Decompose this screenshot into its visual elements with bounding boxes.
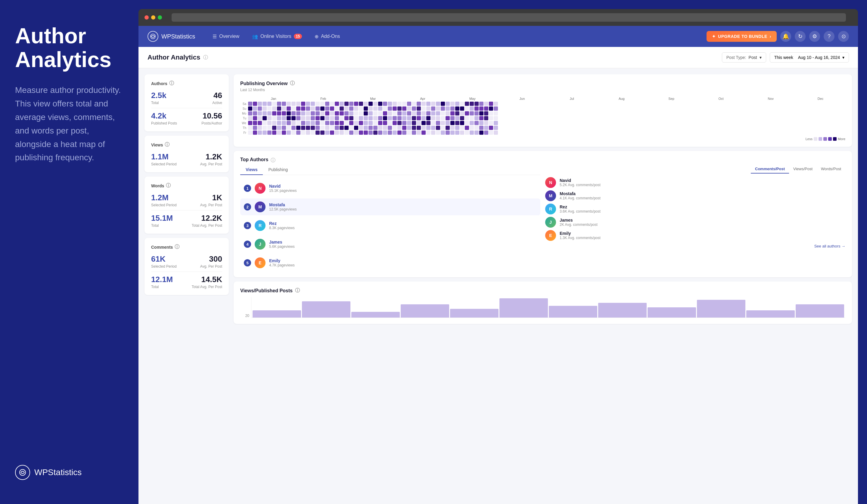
browser-chrome	[138, 9, 858, 26]
chart-bar	[253, 310, 301, 318]
heatmap-cell	[421, 107, 426, 111]
heatmap-cell	[267, 121, 271, 125]
authors-info-icon[interactable]: ⓘ	[169, 80, 174, 87]
heatmap-cell	[277, 116, 281, 120]
heatmap-cell	[446, 126, 450, 130]
heatmap-cell	[479, 102, 483, 106]
dot-red[interactable]	[144, 15, 149, 20]
heatmap-cell	[489, 126, 493, 130]
nav-item-overview[interactable]: ☰ Overview	[207, 31, 245, 42]
right-tab-comments[interactable]: Comments/Post	[751, 165, 789, 174]
dot-green[interactable]	[158, 15, 162, 20]
online-visitors-badge: 15	[294, 34, 302, 39]
left-authors-list: 1 N Navid 15.1K pageviews 2 M Mostafa 12…	[240, 180, 540, 271]
heatmap-cell	[426, 126, 430, 130]
views-info-icon[interactable]: ⓘ	[165, 142, 170, 148]
heatmap-cell	[455, 102, 459, 106]
browser-dots	[144, 15, 162, 20]
heatmap-cell	[287, 107, 291, 111]
left-author-row[interactable]: 4 J James 5.6K pageviews	[240, 236, 540, 253]
heatmap-cell	[412, 116, 416, 120]
left-author-row[interactable]: 2 M Mostafa 12.5K pageviews	[240, 198, 540, 215]
heatmap-cell	[383, 116, 387, 120]
tab-publishing[interactable]: Publishing	[263, 165, 293, 175]
right-author-row: J James 2K Avg. comments/post	[545, 217, 845, 228]
right-author-name: Rez	[560, 205, 845, 209]
heatmap-cell	[296, 111, 300, 116]
heatmap-cell	[426, 131, 430, 135]
heatmap-cell	[335, 131, 339, 135]
words-info-icon[interactable]: ⓘ	[166, 183, 171, 189]
right-author-metric: 3.6K Avg. comments/post	[560, 209, 845, 213]
heatmap-cell	[359, 126, 363, 130]
nav-item-addons[interactable]: ⊕ Add-Ons	[309, 31, 345, 42]
page-title-info-icon[interactable]: ⓘ	[203, 54, 208, 61]
heatmap-cell	[412, 131, 416, 135]
author-avatar: J	[255, 239, 266, 250]
comments-info-icon[interactable]: ⓘ	[175, 244, 180, 250]
see-all-link[interactable]: See all authors →	[545, 244, 845, 249]
heatmap-cell	[441, 121, 445, 125]
heatmap-legend: Less More	[240, 137, 845, 141]
heatmap-cell	[479, 131, 483, 135]
heatmap-cell	[340, 107, 344, 111]
left-author-row[interactable]: 1 N Navid 15.1K pageviews	[240, 180, 540, 197]
heatmap-cell	[335, 111, 339, 116]
heatmap-cell	[330, 111, 334, 116]
views-published-card: Views/Published Posts ⓘ 20	[234, 282, 852, 324]
heatmap-cell	[330, 102, 334, 106]
top-authors-right: Comments/Post Views/Post Words/Post N Na…	[545, 165, 845, 271]
heatmap-cell	[397, 102, 402, 106]
page-header: Author Analytics ⓘ Post Type: Post ▾ Thi…	[138, 47, 858, 68]
heatmap-cell	[349, 121, 353, 125]
author-metric: 4.7K pageviews	[269, 263, 537, 267]
publishing-info-icon[interactable]: ⓘ	[290, 80, 295, 87]
refresh-icon[interactable]: ↻	[795, 31, 806, 42]
heatmap-cell	[368, 126, 373, 130]
top-authors-info-icon[interactable]: ⓘ	[271, 157, 276, 164]
user-icon[interactable]: ⊙	[838, 31, 849, 42]
heatmap-cell	[446, 131, 450, 135]
right-tab-words[interactable]: Words/Post	[817, 165, 845, 174]
right-column: Publishing Overview ⓘ Last 12 Months Jan…	[234, 74, 852, 379]
heatmap-cell	[484, 107, 488, 111]
left-author-row[interactable]: 5 E Emily 4.7K pageviews	[240, 254, 540, 271]
heatmap-cell	[465, 131, 469, 135]
left-title: Author Analytics	[15, 24, 124, 72]
heatmap-cell	[311, 131, 315, 135]
right-author-metric: 4.1K Avg. comments/post	[560, 196, 845, 200]
dot-yellow[interactable]	[151, 15, 156, 20]
settings-icon[interactable]: ⚙	[809, 31, 820, 42]
heatmap-cell	[287, 126, 291, 130]
comments-total-label: Total	[151, 285, 173, 289]
heatmap-cell	[417, 102, 421, 106]
nav-item-online-visitors[interactable]: 👥 Online Visitors 15	[247, 31, 307, 42]
heatmap-cell	[421, 111, 426, 116]
notifications-icon[interactable]: 🔔	[780, 31, 791, 42]
heatmap-cell	[325, 121, 329, 125]
heatmap-cell	[417, 116, 421, 120]
heatmap-cell	[330, 107, 334, 111]
heatmap-cell	[364, 107, 368, 111]
heatmap-cell	[421, 102, 426, 106]
right-tab-views[interactable]: Views/Post	[789, 165, 817, 174]
heatmap-cell	[402, 121, 406, 125]
views-published-info-icon[interactable]: ⓘ	[295, 287, 300, 294]
heatmap-cell	[407, 121, 411, 125]
upgrade-button[interactable]: ✦ UPGRADE TO BUNDLE ›	[707, 31, 777, 42]
heatmap-cell	[315, 111, 320, 116]
heatmap-cell	[277, 107, 281, 111]
tab-views[interactable]: Views	[240, 165, 263, 175]
heatmap-cell	[315, 116, 320, 120]
help-icon[interactable]: ?	[824, 31, 835, 42]
heatmap-cell	[311, 107, 315, 111]
heatmap-cell	[436, 116, 440, 120]
left-author-row[interactable]: 3 R Rez 8.3K pageviews	[240, 217, 540, 234]
right-author-row: E Emily 1.3K Avg. comments/post	[545, 230, 845, 241]
heatmap-cell	[248, 116, 252, 120]
heatmap-cell	[263, 126, 267, 130]
date-range-control[interactable]: This week Aug 10 - Aug 16, 2024 ▾	[770, 52, 849, 63]
post-type-select[interactable]: Post Type: Post ▾	[722, 52, 766, 63]
post-type-value: Post	[749, 55, 757, 60]
heatmap-cell	[330, 126, 334, 130]
